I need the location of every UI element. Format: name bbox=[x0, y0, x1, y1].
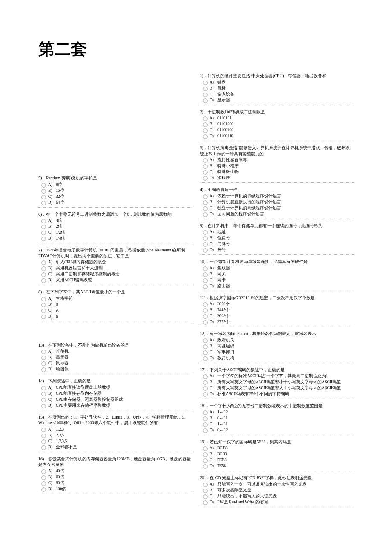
radio-input[interactable] bbox=[203, 134, 207, 139]
option-b[interactable]: B)0～31 bbox=[202, 416, 354, 422]
radio-input[interactable] bbox=[203, 272, 207, 277]
radio-input[interactable] bbox=[41, 309, 46, 313]
radio-input[interactable] bbox=[41, 487, 46, 491]
radio-input[interactable] bbox=[41, 445, 46, 450]
radio-input[interactable] bbox=[203, 446, 207, 451]
radio-input[interactable] bbox=[203, 266, 207, 271]
option-b[interactable]: B)2,3,5 bbox=[41, 433, 192, 439]
radio-input[interactable] bbox=[203, 464, 207, 468]
radio-input[interactable] bbox=[203, 164, 207, 168]
radio-input[interactable] bbox=[41, 195, 46, 199]
option-c[interactable]: C)输入设备 bbox=[202, 92, 354, 98]
option-d[interactable]: D)7E58 bbox=[202, 463, 354, 469]
option-a[interactable]: A)1,2,3 bbox=[41, 427, 192, 433]
radio-input[interactable] bbox=[203, 170, 207, 174]
radio-input[interactable] bbox=[203, 416, 207, 421]
radio-input[interactable] bbox=[203, 494, 207, 499]
option-b[interactable]: B)位置号 bbox=[202, 235, 354, 241]
option-b[interactable]: B)60倍 bbox=[41, 474, 192, 480]
option-d[interactable]: D)1/4倍 bbox=[41, 236, 192, 242]
radio-input[interactable] bbox=[203, 302, 207, 306]
option-b[interactable]: B)网关 bbox=[202, 272, 354, 278]
radio-input[interactable] bbox=[203, 176, 207, 180]
option-d[interactable]: D)01100110 bbox=[202, 133, 354, 139]
option-d[interactable]: D)3755个 bbox=[202, 319, 354, 325]
option-b[interactable]: B)0 bbox=[41, 302, 192, 308]
radio-input[interactable] bbox=[41, 367, 46, 372]
radio-input[interactable] bbox=[41, 266, 46, 271]
radio-input[interactable] bbox=[203, 320, 207, 324]
radio-input[interactable] bbox=[203, 128, 207, 133]
option-a[interactable]: A)依赖于计算机的低级程序设计语言 bbox=[202, 194, 354, 199]
radio-input[interactable] bbox=[203, 278, 207, 283]
radio-input[interactable] bbox=[203, 194, 207, 199]
option-b[interactable]: B)7445个 bbox=[202, 307, 354, 313]
radio-input[interactable] bbox=[41, 404, 46, 408]
option-c[interactable]: C)1/2倍 bbox=[41, 230, 192, 236]
radio-input[interactable] bbox=[41, 434, 46, 438]
option-a[interactable]: A)CPU能直接读取硬盘上的数据 bbox=[41, 385, 192, 391]
option-a[interactable]: A)只能写入一次，可以反复读出的一次性写入光盘 bbox=[202, 482, 354, 488]
option-a[interactable]: A)集线器 bbox=[202, 266, 354, 272]
option-c[interactable]: C)鼠标器 bbox=[41, 361, 192, 367]
radio-input[interactable] bbox=[203, 392, 207, 396]
radio-input[interactable] bbox=[203, 489, 207, 493]
radio-input[interactable] bbox=[41, 428, 46, 432]
option-c[interactable]: C)军事部门 bbox=[202, 350, 354, 356]
radio-input[interactable] bbox=[41, 398, 46, 402]
option-d[interactable]: D)0～32 bbox=[202, 428, 354, 434]
option-b[interactable]: B)DE38 bbox=[202, 451, 354, 457]
option-c[interactable]: C)所有大写英文字母的ASCII码值都大于小写英文字母‘a’的ASCII码值 bbox=[202, 385, 354, 391]
option-c[interactable]: C)80倍 bbox=[41, 480, 192, 486]
option-b[interactable]: B)CPU能直接存取内存储器 bbox=[41, 391, 192, 397]
radio-input[interactable] bbox=[203, 284, 207, 289]
option-a[interactable]: A)流行性感冒病毒 bbox=[202, 157, 354, 163]
radio-input[interactable] bbox=[41, 225, 46, 229]
option-a[interactable]: A)政府机关 bbox=[202, 338, 354, 344]
option-c[interactable]: C)CPU由存储器、运算器和控制器组成 bbox=[41, 397, 192, 403]
option-b[interactable]: B)所有大写英文字母的ASCII码值都小于小写英文字母‘a’的ASCII码值 bbox=[202, 379, 354, 385]
option-a[interactable]: A)4倍 bbox=[41, 218, 192, 224]
radio-input[interactable] bbox=[41, 260, 46, 265]
radio-input[interactable] bbox=[203, 410, 207, 415]
option-d[interactable]: D)源程序 bbox=[202, 175, 354, 181]
radio-input[interactable] bbox=[41, 303, 46, 307]
radio-input[interactable] bbox=[41, 183, 46, 187]
option-d[interactable]: D)100倍 bbox=[41, 486, 192, 492]
option-b[interactable]: B)计算机能直接执行的程序设计语言 bbox=[202, 199, 354, 205]
option-a[interactable]: A)空格字符 bbox=[41, 296, 192, 302]
option-a[interactable]: A)0110101 bbox=[202, 116, 354, 121]
radio-input[interactable] bbox=[41, 231, 46, 235]
radio-input[interactable] bbox=[203, 200, 207, 205]
option-d[interactable]: D)房号 bbox=[202, 247, 354, 253]
radio-input[interactable] bbox=[41, 237, 46, 241]
radio-input[interactable] bbox=[41, 361, 46, 366]
option-b[interactable]: B)01101000 bbox=[202, 121, 354, 127]
option-c[interactable]: C)3008个 bbox=[202, 313, 354, 319]
option-b[interactable]: B)采用机器语言和十六进制 bbox=[41, 266, 192, 272]
option-c[interactable]: C)网卡 bbox=[202, 278, 354, 283]
option-a[interactable]: A)1～32 bbox=[202, 410, 354, 416]
radio-input[interactable] bbox=[203, 81, 207, 85]
radio-input[interactable] bbox=[41, 439, 46, 444]
radio-input[interactable] bbox=[41, 272, 46, 277]
option-a[interactable]: A)引入CPU和内存储器的概念 bbox=[41, 260, 192, 266]
radio-input[interactable] bbox=[203, 452, 207, 457]
option-a[interactable]: A)8位 bbox=[41, 182, 192, 188]
option-c[interactable]: C)A bbox=[41, 308, 192, 314]
option-c[interactable]: C)1～31 bbox=[202, 422, 354, 428]
radio-input[interactable] bbox=[203, 92, 207, 97]
radio-input[interactable] bbox=[41, 201, 46, 205]
option-d[interactable]: D)面向问题的程序设计语言 bbox=[202, 211, 354, 217]
radio-input[interactable] bbox=[203, 212, 207, 217]
option-b[interactable]: B)16位 bbox=[41, 188, 192, 194]
radio-input[interactable] bbox=[203, 356, 207, 361]
option-d[interactable]: D)路由器 bbox=[202, 283, 354, 289]
option-b[interactable]: B)可多次擦除型光盘 bbox=[202, 488, 354, 494]
radio-input[interactable] bbox=[41, 469, 46, 474]
option-d[interactable]: D)64位 bbox=[41, 200, 192, 206]
radio-input[interactable] bbox=[203, 483, 207, 487]
radio-input[interactable] bbox=[203, 98, 207, 103]
radio-input[interactable] bbox=[203, 422, 207, 427]
option-c[interactable]: C)采用二进制和存储程序控制的概念 bbox=[41, 272, 192, 278]
